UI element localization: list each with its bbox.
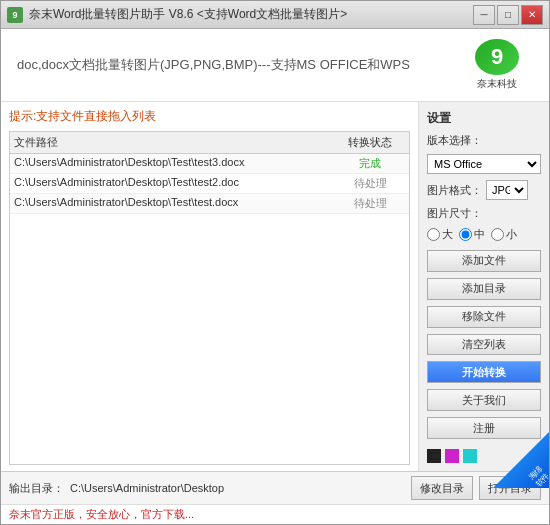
logo-label: 奈末科技: [477, 77, 517, 91]
format-row: 图片格式： JPG PNG BMP: [427, 180, 541, 200]
maximize-button[interactable]: □: [497, 5, 519, 25]
col-path-header: 文件路径: [14, 135, 335, 150]
left-panel: 提示:支持文件直接拖入列表 文件路径 转换状态 C:\Users\Adminis…: [1, 102, 419, 471]
file-path: C:\Users\Administrator\Desktop\Test\test…: [14, 156, 335, 171]
modify-dir-button[interactable]: 修改目录: [411, 476, 473, 500]
version-label: 版本选择：: [427, 133, 482, 148]
remove-file-button[interactable]: 移除文件: [427, 306, 541, 328]
title-bar: 9 奈末Word批量转图片助手 V8.6 <支持Word文档批量转图片> ─ □…: [1, 1, 549, 29]
table-row[interactable]: C:\Users\Administrator\Desktop\Test\test…: [10, 194, 409, 214]
format-select[interactable]: JPG PNG BMP: [486, 180, 528, 200]
size-medium-radio[interactable]: [459, 228, 472, 241]
cyan-dot: [463, 449, 477, 463]
about-button[interactable]: 关于我们: [427, 389, 541, 411]
register-button[interactable]: 注册: [427, 417, 541, 439]
app-icon: 9: [7, 7, 23, 23]
version-select[interactable]: MS Office WPS: [427, 154, 541, 174]
size-small-label[interactable]: 小: [491, 227, 517, 242]
size-medium-label[interactable]: 中: [459, 227, 485, 242]
file-table-body: C:\Users\Administrator\Desktop\Test\test…: [10, 154, 409, 214]
version-row: 版本选择：: [427, 133, 541, 148]
file-path: C:\Users\Administrator\Desktop\Test\test…: [14, 176, 335, 191]
window-controls: ─ □ ✕: [473, 5, 543, 25]
main-content: 提示:支持文件直接拖入列表 文件路径 转换状态 C:\Users\Adminis…: [1, 102, 549, 471]
black-dot: [427, 449, 441, 463]
file-status: 完成: [335, 156, 405, 171]
table-row[interactable]: C:\Users\Administrator\Desktop\Test\test…: [10, 174, 409, 194]
window-title: 奈末Word批量转图片助手 V8.6 <支持Word文档批量转图片>: [29, 6, 473, 23]
size-radio-group: 大 中 小: [427, 227, 541, 242]
settings-title: 设置: [427, 110, 541, 127]
format-label: 图片格式：: [427, 183, 482, 198]
color-dots: [427, 445, 541, 463]
output-label: 输出目录：: [9, 481, 64, 496]
file-status: 待处理: [335, 176, 405, 191]
logo-icon: 9: [475, 39, 519, 75]
size-label-row: 图片尺寸：: [427, 206, 541, 221]
table-row[interactable]: C:\Users\Administrator\Desktop\Test\test…: [10, 154, 409, 174]
open-dir-button[interactable]: 打开目录: [479, 476, 541, 500]
add-file-button[interactable]: 添加文件: [427, 250, 541, 272]
drop-hint: 提示:支持文件直接拖入列表: [9, 108, 410, 125]
right-panel: 设置 版本选择： MS Office WPS 图片格式： JPG PNG BMP: [419, 102, 549, 471]
header-text: doc,docx文档批量转图片(JPG,PNG,BMP)---支持MS OFFI…: [17, 56, 453, 74]
minimize-button[interactable]: ─: [473, 5, 495, 25]
col-status-header: 转换状态: [335, 135, 405, 150]
magenta-dot: [445, 449, 459, 463]
output-bar: 输出目录： C:\Users\Administrator\Desktop 修改目…: [1, 471, 549, 504]
size-large-radio[interactable]: [427, 228, 440, 241]
close-button[interactable]: ✕: [521, 5, 543, 25]
file-path: C:\Users\Administrator\Desktop\Test\test…: [14, 196, 335, 211]
size-small-radio[interactable]: [491, 228, 504, 241]
footer-bar: 奈末官方正版，安全放心，官方下载...: [1, 504, 549, 524]
version-select-row: MS Office WPS: [427, 154, 541, 174]
clear-list-button[interactable]: 清空列表: [427, 334, 541, 356]
size-large-label[interactable]: 大: [427, 227, 453, 242]
size-label: 图片尺寸：: [427, 206, 482, 221]
file-table: 文件路径 转换状态 C:\Users\Administrator\Desktop…: [9, 131, 410, 465]
footer-text: 奈末官方正版，安全放心，官方下载...: [9, 508, 194, 520]
table-header: 文件路径 转换状态: [10, 132, 409, 154]
add-dir-button[interactable]: 添加目录: [427, 278, 541, 300]
start-convert-button[interactable]: 开始转换: [427, 361, 541, 383]
file-status: 待处理: [335, 196, 405, 211]
header-area: doc,docx文档批量转图片(JPG,PNG,BMP)---支持MS OFFI…: [1, 29, 549, 102]
output-path: C:\Users\Administrator\Desktop: [70, 482, 405, 494]
logo-area: 9 奈末科技: [461, 39, 533, 91]
